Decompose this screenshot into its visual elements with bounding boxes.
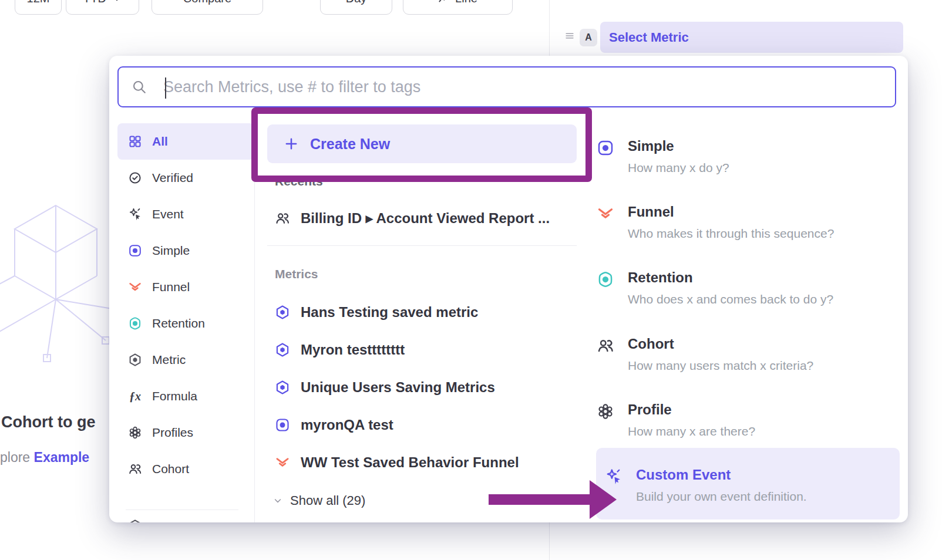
plus-icon	[284, 136, 299, 151]
metric-type-title: Retention	[628, 269, 833, 286]
metric-hexagon-icon	[275, 380, 290, 395]
category-funnel[interactable]: Funnel	[117, 269, 254, 305]
metric-type-title: Funnel	[628, 204, 834, 220]
recents-divider	[267, 245, 577, 246]
chart-type-line-button[interactable]: Line	[403, 0, 513, 15]
category-label: Cohort	[152, 462, 189, 476]
metric-item[interactable]: myronQA test	[275, 411, 393, 439]
category-label: Formula	[152, 389, 197, 403]
category-label: Simple	[152, 244, 190, 258]
range-12m-button[interactable]: 12M	[15, 0, 62, 15]
metric-type-title: Custom Event	[636, 467, 807, 483]
text-caret	[165, 77, 166, 99]
line-chart-icon	[438, 0, 450, 5]
metric-type-description: Who does x and comes back to do y?	[628, 292, 833, 306]
category-label: All	[152, 134, 168, 149]
simple-metric-icon	[596, 138, 615, 157]
day-interval-button[interactable]: Day	[320, 0, 392, 15]
select-metric-button[interactable]: Select Metric	[600, 22, 903, 53]
funnel-icon	[596, 204, 615, 222]
metric-type-funnel[interactable]: Funnel Who makes it through this sequenc…	[596, 204, 900, 241]
sidebar-divider	[126, 510, 238, 510]
search-icon	[132, 79, 147, 95]
grid-icon	[128, 134, 142, 149]
category-metric[interactable]: Metric	[117, 342, 254, 378]
funnel-icon	[128, 280, 142, 294]
compare-label: Compare	[183, 0, 231, 5]
metric-type-title: Profile	[628, 402, 755, 418]
metric-item-label: Unique Users Saving Metrics	[301, 379, 495, 396]
search-input[interactable]	[147, 78, 895, 96]
metric-type-description: Who makes it through this sequence?	[628, 226, 834, 241]
partial-category-icon	[128, 519, 142, 522]
metric-item[interactable]: Myron testttttttt	[275, 336, 405, 364]
metric-type-profile[interactable]: Profile How many x are there?	[596, 402, 900, 438]
create-new-button[interactable]: Create New	[267, 124, 577, 163]
category-formula[interactable]: ƒx Formula	[117, 378, 254, 414]
category-label: Event	[152, 207, 184, 221]
category-event[interactable]: Event	[117, 196, 254, 232]
category-simple[interactable]: Simple	[117, 232, 254, 269]
profiles-flower-icon	[596, 402, 615, 420]
row-letter-badge: A	[580, 29, 597, 46]
category-cohort[interactable]: Cohort	[117, 451, 254, 487]
profiles-flower-icon	[128, 426, 142, 440]
show-all-button[interactable]: Show all (29)	[272, 490, 365, 511]
metric-item-label: WW Test Saved Behavior Funnel	[301, 454, 519, 471]
metric-type-title: Cohort	[628, 336, 813, 352]
drag-handle-icon[interactable]	[564, 30, 576, 42]
funnel-icon	[275, 455, 290, 470]
metric-item-label: myronQA test	[301, 417, 393, 433]
category-label: Retention	[152, 316, 205, 330]
metric-type-simple[interactable]: Simple How many x do y?	[596, 138, 900, 175]
empty-state-subtext: plore Example	[0, 450, 89, 465]
category-verified[interactable]: Verified	[117, 160, 254, 196]
metric-type-description: Build your own event definition.	[636, 489, 807, 504]
metric-item-label: Hans Testing saved metric	[301, 304, 478, 321]
metric-item-label: Myron testttttttt	[301, 342, 405, 358]
metric-item[interactable]: Hans Testing saved metric	[275, 298, 478, 326]
simple-metric-icon	[128, 244, 142, 258]
category-label: Verified	[152, 171, 193, 185]
cohort-people-icon	[275, 211, 290, 226]
retention-icon	[128, 316, 142, 330]
search-box	[117, 66, 896, 107]
formula-icon: ƒx	[128, 390, 142, 403]
metric-hexagon-icon	[275, 305, 290, 320]
day-label: Day	[346, 0, 367, 5]
category-label: Profiles	[152, 426, 193, 440]
recent-item[interactable]: Billing ID ▸ Account Viewed Report ...	[275, 204, 550, 232]
show-all-label: Show all (29)	[290, 493, 365, 508]
create-new-label: Create New	[310, 136, 390, 153]
category-retention[interactable]: Retention	[117, 305, 254, 342]
example-link[interactable]: Example	[34, 450, 90, 465]
sidebar-border	[254, 122, 255, 522]
category-all[interactable]: All	[117, 123, 254, 160]
metric-type-title: Simple	[628, 138, 729, 154]
event-sparkle-icon	[128, 207, 142, 221]
metric-type-cohort[interactable]: Cohort How many users match x criteria?	[596, 336, 900, 373]
recent-item-label: Billing ID ▸ Account Viewed Report ...	[301, 210, 550, 227]
metric-type-description: How many x are there?	[628, 424, 755, 438]
verified-badge-icon	[128, 171, 142, 185]
explore-text-fragment: plore	[0, 450, 30, 465]
metric-item[interactable]: Unique Users Saving Metrics	[275, 373, 495, 402]
metric-item[interactable]: WW Test Saved Behavior Funnel	[275, 448, 519, 477]
metric-type-retention[interactable]: Retention Who does x and comes back to d…	[596, 269, 900, 306]
range-ytd-label: YTD	[83, 0, 106, 5]
metric-type-custom-event[interactable]: Custom Event Build your own event defini…	[604, 467, 891, 504]
app-root: 12M YTD Compare Day Line Cohort to ge pl…	[0, 0, 949, 560]
metric-picker-panel: All Verified Event Simple Funnel Retenti…	[109, 56, 908, 522]
chevron-down-icon	[112, 0, 122, 4]
recents-section-label: Recents	[275, 174, 323, 188]
simple-metric-icon	[275, 417, 290, 433]
metrics-section-label: Metrics	[275, 267, 318, 281]
range-ytd-button[interactable]: YTD	[66, 0, 139, 15]
category-label: Funnel	[152, 280, 190, 294]
metric-hexagon-icon	[275, 342, 290, 357]
cohort-people-icon	[596, 336, 615, 355]
empty-state-headline: Cohort to ge	[1, 413, 95, 431]
line-label: Line	[455, 0, 477, 5]
category-profiles[interactable]: Profiles	[117, 414, 254, 451]
compare-button[interactable]: Compare	[152, 0, 263, 15]
